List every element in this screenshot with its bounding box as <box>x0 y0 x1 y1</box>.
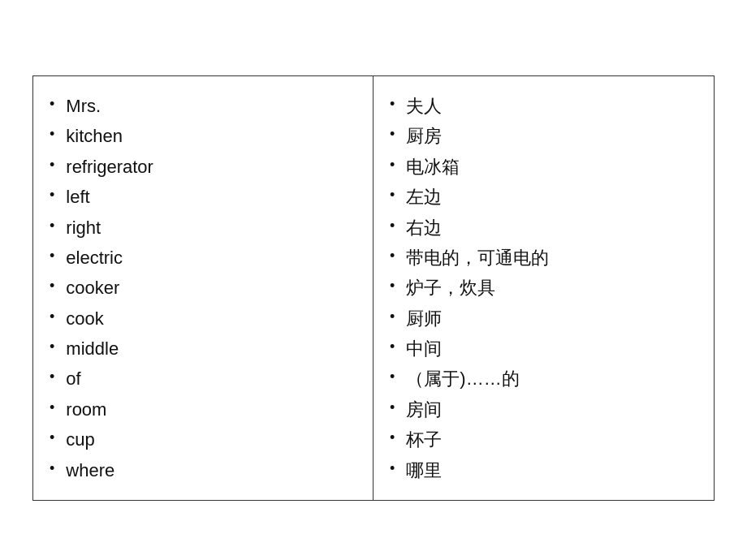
chinese-word: 厨房 <box>406 121 442 151</box>
bullet-icon: • <box>390 364 395 390</box>
bullet-icon: • <box>390 243 395 269</box>
list-item: •refrigerator <box>50 152 356 182</box>
list-item: • room <box>50 394 356 424</box>
bullet-icon: • <box>390 152 395 179</box>
chinese-word: 中间 <box>406 334 442 364</box>
english-word: cook <box>66 304 103 334</box>
list-item: • cup <box>50 424 356 454</box>
english-word: left <box>66 182 89 212</box>
list-item: •中间 <box>390 334 697 364</box>
bullet-icon: • <box>390 334 395 360</box>
chinese-word: 左边 <box>406 182 442 212</box>
english-panel: •Mrs.•kitchen•refrigerator•left•right•el… <box>33 76 374 500</box>
bullet-icon: • <box>50 334 54 360</box>
chinese-word: 哪里 <box>406 455 442 485</box>
list-item: •右边 <box>390 213 697 243</box>
english-word: of <box>66 364 80 394</box>
list-item: • 杯子 <box>390 424 697 454</box>
chinese-word: （属于)……的 <box>406 364 519 394</box>
english-word: cooker <box>66 273 119 303</box>
english-word: electric <box>66 243 123 273</box>
chinese-panel: •夫人• 厨房•电冰箱•左边•右边•带电的，可通电的•炉子，炊具•厨师•中间•（… <box>374 76 714 500</box>
english-word: cup <box>66 424 94 454</box>
bullet-icon: • <box>390 304 395 330</box>
chinese-word: 夫人 <box>406 91 442 121</box>
english-word: right <box>66 213 101 243</box>
english-word: room <box>66 394 106 424</box>
bullet-icon: • <box>50 91 54 118</box>
bullet-icon: • <box>50 364 54 390</box>
bullet-icon: • <box>390 424 395 451</box>
list-item: •right <box>50 213 356 243</box>
list-item: •炉子，炊具 <box>390 273 697 303</box>
list-item: •带电的，可通电的 <box>390 243 697 273</box>
english-word: where <box>66 455 114 485</box>
list-item: •厨师 <box>390 304 697 334</box>
bullet-icon: • <box>50 273 54 299</box>
list-item: •left <box>50 182 356 212</box>
chinese-word: 带电的，可通电的 <box>406 243 549 273</box>
list-item: •夫人 <box>390 91 697 121</box>
bullet-icon: • <box>390 394 395 421</box>
bullet-icon: • <box>50 152 54 179</box>
english-word: Mrs. <box>66 91 101 121</box>
list-item: •Mrs. <box>50 91 356 121</box>
bullet-icon: • <box>390 91 395 118</box>
list-item: •左边 <box>390 182 697 212</box>
list-item: •cook <box>50 304 356 334</box>
chinese-word: 右边 <box>406 213 442 243</box>
bullet-icon: • <box>50 243 54 269</box>
chinese-word: 厨师 <box>406 304 442 334</box>
list-item: •middle <box>50 334 356 364</box>
bullet-icon: • <box>50 121 54 148</box>
chinese-list: •夫人• 厨房•电冰箱•左边•右边•带电的，可通电的•炉子，炊具•厨师•中间•（… <box>390 91 697 485</box>
bullet-icon: • <box>390 455 395 482</box>
list-item: •where <box>50 455 356 485</box>
list-item: • 房间 <box>390 394 697 424</box>
list-item: •哪里 <box>390 455 697 485</box>
bullet-icon: • <box>390 273 395 299</box>
english-word: middle <box>66 334 119 364</box>
vocabulary-table: •Mrs.•kitchen•refrigerator•left•right•el… <box>32 75 715 501</box>
list-item: •kitchen <box>50 121 356 151</box>
bullet-icon: • <box>50 182 54 209</box>
english-word: kitchen <box>66 121 123 151</box>
english-word: refrigerator <box>66 152 153 182</box>
list-item: • 厨房 <box>390 121 697 151</box>
chinese-word: 杯子 <box>406 424 442 454</box>
chinese-word: 房间 <box>406 394 442 424</box>
bullet-icon: • <box>50 213 54 239</box>
bullet-icon: • <box>390 213 395 239</box>
english-list: •Mrs.•kitchen•refrigerator•left•right•el… <box>50 91 356 485</box>
bullet-icon: • <box>50 394 54 421</box>
list-item: •cooker <box>50 273 356 303</box>
list-item: •电冰箱 <box>390 152 697 182</box>
bullet-icon: • <box>390 121 395 148</box>
bullet-icon: • <box>50 424 54 451</box>
bullet-icon: • <box>50 455 54 482</box>
list-item: •（属于)……的 <box>390 364 697 394</box>
list-item: •of <box>50 364 356 394</box>
bullet-icon: • <box>50 304 54 330</box>
bullet-icon: • <box>390 182 395 209</box>
list-item: •electric <box>50 243 356 273</box>
chinese-word: 炉子，炊具 <box>406 273 495 303</box>
chinese-word: 电冰箱 <box>406 152 460 182</box>
